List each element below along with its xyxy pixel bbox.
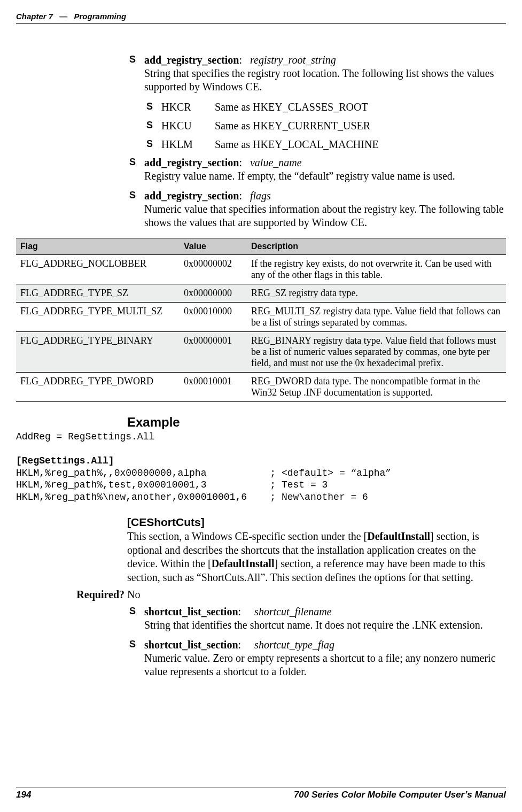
ceshortcuts-heading: [CEShortCuts] (127, 516, 506, 529)
bullet-add-registry-flags: add_registry_section: flags Numeric valu… (127, 189, 506, 229)
ceshortcuts-para: This section, a Windows CE-specific sect… (127, 530, 506, 584)
table-row: FLG_ADDREG_TYPE_BINARY 0x00000001 REG_BI… (16, 332, 506, 373)
cell-value: 0x00000002 (180, 255, 247, 284)
manual-title: 700 Series Color Mobile Computer User’s … (294, 790, 506, 800)
cell-desc: REG_SZ registry data type. (247, 284, 506, 303)
arg: registry_root_string (250, 54, 336, 66)
cell-flag: FLG_ADDREG_TYPE_MULTI_SZ (16, 303, 180, 332)
desc: Same as HKEY_LOCAL_MACHINE (215, 137, 379, 152)
sub-hkcr: HKCR Same as HKEY_CLASSES_ROOT (144, 100, 506, 114)
th-value: Value (180, 238, 247, 255)
header-left: Chapter 7 — Programming (16, 12, 126, 21)
cell-desc: REG_MULTI_SZ registry data type. Value f… (247, 303, 506, 332)
bullet-add-registry-root: add_registry_section: registry_root_stri… (127, 53, 506, 94)
page-footer: 194 700 Series Color Mobile Computer Use… (16, 787, 506, 800)
term: shortcut_list_section (144, 606, 238, 617)
abbr: HKCR (161, 100, 215, 114)
page-number: 194 (16, 790, 31, 800)
cell-desc: REG_DWORD data type. The noncompatible f… (247, 373, 506, 402)
desc: String that identifies the shortcut name… (144, 619, 483, 631)
code-section: [RegSettings.All] (16, 455, 114, 466)
desc: Numeric value that specifies information… (144, 203, 504, 228)
th-flag: Flag (16, 238, 180, 255)
bullet-shortcut-typeflag: shortcut_list_section: shortcut_type_fla… (127, 638, 506, 678)
chapter-title: Programming (74, 12, 127, 21)
required-line: Required? No (127, 589, 506, 601)
desc: Registry value name. If empty, the “defa… (144, 170, 455, 182)
cell-value: 0x00010001 (180, 373, 247, 402)
term: shortcut_list_section (144, 639, 238, 651)
page-header: Chapter 7 — Programming (16, 0, 506, 24)
term: add_registry_section (144, 157, 239, 168)
table-row: FLG_ADDREG_TYPE_MULTI_SZ 0x00010000 REG_… (16, 303, 506, 332)
sub-hkcu: HKCU Same as HKEY_CURRENT_USER (144, 119, 506, 133)
code-line: HKLM,%reg_path%,,0x00000000,alpha ; <def… (16, 468, 391, 478)
table-header-row: Flag Value Description (16, 238, 506, 255)
abbr: HKCU (161, 119, 215, 133)
cell-flag: FLG_ADDREG_NOCLOBBER (16, 255, 180, 284)
bullet-add-registry-valuename: add_registry_section: value_name Registr… (127, 156, 506, 183)
code-line: HKLM,%reg_path%,test,0x00010001,3 ; Test… (16, 480, 328, 490)
cell-desc: REG_BINARY registry data type. Value fie… (247, 332, 506, 373)
sub-hklm: HKLM Same as HKEY_LOCAL_MACHINE (144, 137, 506, 152)
cell-flag: FLG_ADDREG_TYPE_SZ (16, 284, 180, 303)
arg: flags (250, 190, 271, 202)
cell-flag: FLG_ADDREG_TYPE_DWORD (16, 373, 180, 402)
desc: Numeric value. Zero or empty represents … (144, 652, 496, 677)
required-value: No (127, 589, 140, 601)
term: add_registry_section (144, 190, 239, 202)
table-row: FLG_ADDREG_TYPE_SZ 0x00000000 REG_SZ reg… (16, 284, 506, 303)
cell-value: 0x00010000 (180, 303, 247, 332)
cell-flag: FLG_ADDREG_TYPE_BINARY (16, 332, 180, 373)
th-desc: Description (247, 238, 506, 255)
arg: value_name (250, 157, 302, 168)
chapter-sep: — (59, 12, 67, 21)
example-heading: Example (127, 415, 506, 430)
arg: shortcut_filename (254, 606, 331, 617)
bullet-shortcut-filename: shortcut_list_section: shortcut_filename… (127, 605, 506, 632)
chapter-number: Chapter 7 (16, 12, 53, 21)
table-row: FLG_ADDREG_TYPE_DWORD 0x00010001 REG_DWO… (16, 373, 506, 402)
code-line: HKLM,%reg_path%\new,another,0x00010001,6… (16, 492, 368, 502)
required-label: Required? (66, 589, 127, 601)
arg: shortcut_type_flag (254, 639, 334, 651)
code-line: AddReg = RegSettings.All (16, 431, 154, 442)
cell-value: 0x00000000 (180, 284, 247, 303)
term: add_registry_section (144, 54, 239, 66)
abbr: HKLM (161, 137, 215, 152)
desc: String that specifies the registry root … (144, 67, 494, 92)
cell-desc: If the registry key exists, do not overw… (247, 255, 506, 284)
desc: Same as HKEY_CLASSES_ROOT (215, 100, 368, 114)
example-code: AddReg = RegSettings.All [RegSettings.Al… (16, 431, 506, 503)
table-row: FLG_ADDREG_NOCLOBBER 0x00000002 If the r… (16, 255, 506, 284)
desc: Same as HKEY_CURRENT_USER (215, 119, 370, 133)
flags-table: Flag Value Description FLG_ADDREG_NOCLOB… (16, 238, 506, 402)
cell-value: 0x00000001 (180, 332, 247, 373)
